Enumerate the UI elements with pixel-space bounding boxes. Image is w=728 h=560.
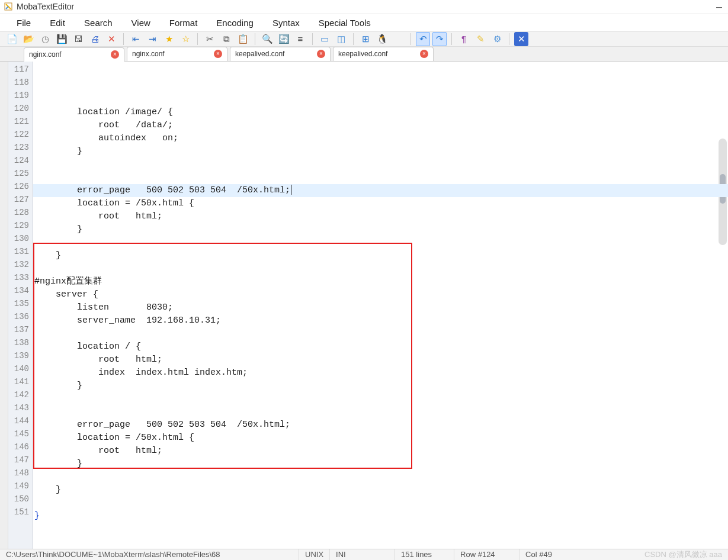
line-number: 145 — [8, 427, 33, 440]
tab-strip: nginx.conf×nginx.conf×keepalived.conf×ke… — [0, 47, 728, 62]
code-line[interactable]: } — [33, 484, 728, 497]
select-all-icon[interactable]: ◫ — [334, 32, 348, 46]
tab-close-icon[interactable]: × — [317, 50, 325, 58]
status-line-count: 151 lines — [395, 549, 454, 560]
code-line[interactable]: location /image/ { — [33, 106, 728, 119]
window-minimize[interactable]: – — [716, 1, 724, 13]
tab-3[interactable]: keepalived.conf× — [333, 47, 434, 61]
open-folder-icon[interactable]: 📂 — [21, 32, 36, 46]
code-line[interactable] — [33, 93, 728, 106]
menu-file[interactable]: File — [7, 14, 40, 31]
code-line[interactable]: } — [33, 458, 728, 471]
menu-format[interactable]: Format — [160, 14, 207, 31]
code-line[interactable]: root /data/; — [33, 119, 728, 132]
new-file-icon[interactable]: 📄 — [5, 32, 19, 46]
undo-icon[interactable]: ↶ — [416, 32, 430, 46]
code-line[interactable] — [33, 405, 728, 419]
code-line[interactable]: server { — [33, 288, 728, 301]
code-line[interactable]: location = /50x.html { — [33, 197, 728, 210]
code-line[interactable]: } — [33, 145, 728, 158]
statusbar: C:\Users\Think\DOCUME~1\MobaXterm\slash\… — [0, 549, 728, 560]
tab-2[interactable]: keepalived.conf× — [230, 47, 331, 61]
code-line[interactable]: location / { — [33, 340, 728, 353]
code-line[interactable]: index index.html index.htm; — [33, 366, 728, 379]
tab-close-icon[interactable]: × — [111, 50, 119, 59]
code-line[interactable]: } — [33, 510, 728, 523]
tab-close-icon[interactable]: × — [214, 50, 222, 58]
code-line[interactable]: } — [33, 249, 728, 262]
code-line[interactable]: error_page 500 502 503 504 /50x.html; — [33, 419, 728, 432]
highlight-icon[interactable]: ✎ — [473, 32, 488, 46]
titlebar: MobaTextEditor – — [0, 0, 728, 14]
save-all-icon[interactable]: 🖫 — [71, 32, 85, 46]
tab-close-icon[interactable]: × — [420, 50, 428, 58]
code-line[interactable]: server_name 192.168.10.31; — [33, 314, 728, 327]
code-line[interactable]: } — [33, 379, 728, 392]
redo-icon[interactable]: ↷ — [432, 32, 447, 46]
code-line[interactable] — [33, 262, 728, 275]
menu-encoding[interactable]: Encoding — [207, 14, 263, 31]
history-icon[interactable]: ◷ — [38, 32, 52, 46]
outdent-icon[interactable]: ⇤ — [129, 32, 143, 46]
line-number: 126 — [8, 180, 33, 193]
find-replace-icon[interactable]: 🔄 — [277, 32, 291, 46]
settings-icon[interactable]: ⚙ — [490, 32, 504, 46]
linux-icon[interactable]: 🐧 — [375, 32, 389, 46]
bookmark-next-icon[interactable]: ☆ — [178, 32, 193, 46]
line-number: 129 — [8, 219, 33, 232]
code-line[interactable] — [33, 236, 728, 249]
status-syntax: INI — [330, 549, 395, 560]
code-line[interactable] — [33, 171, 728, 184]
code-line[interactable]: } — [33, 223, 728, 236]
code-line[interactable]: listen 8030; — [33, 301, 728, 314]
tab-label: nginx.conf — [29, 50, 62, 59]
save-icon[interactable]: 💾 — [54, 32, 69, 46]
exit-icon[interactable]: ✕ — [514, 32, 528, 46]
goto-icon[interactable]: ≡ — [293, 32, 307, 46]
menu-syntax[interactable]: Syntax — [263, 14, 309, 31]
tab-0[interactable]: nginx.conf× — [24, 47, 124, 62]
windows-icon[interactable]: ⊞ — [358, 32, 373, 46]
line-number: 123 — [8, 141, 33, 154]
code-line[interactable] — [33, 471, 728, 484]
menu-special-tools[interactable]: Special Tools — [309, 14, 380, 31]
code-line[interactable]: error_page 500 502 503 504 /50x.html; — [33, 184, 728, 197]
print-icon[interactable]: 🖨 — [88, 32, 102, 46]
close-icon[interactable]: ✕ — [104, 32, 118, 46]
mac-icon[interactable] — [392, 32, 406, 46]
code-line[interactable] — [33, 327, 728, 340]
code-line[interactable] — [33, 523, 728, 536]
code-line[interactable] — [33, 392, 728, 405]
app-title: MobaTextEditor — [17, 2, 74, 11]
bookmark-add-icon[interactable]: ★ — [162, 32, 176, 46]
code-line[interactable] — [33, 497, 728, 510]
code-area[interactable]: location /image/ { root /data/; autoinde… — [33, 62, 728, 549]
toolbar-separator — [123, 33, 124, 45]
select-word-icon[interactable]: ▭ — [318, 32, 332, 46]
menu-edit[interactable]: Edit — [40, 14, 75, 31]
line-number: 144 — [8, 414, 33, 427]
code-line[interactable]: autoindex on; — [33, 132, 728, 145]
paste-icon[interactable]: 📋 — [236, 32, 250, 46]
tab-1[interactable]: nginx.conf× — [127, 47, 227, 61]
line-number: 132 — [8, 258, 33, 271]
watermark: CSDN @清风微凉 aaa — [639, 549, 728, 560]
indent-icon[interactable]: ⇥ — [145, 32, 159, 46]
copy-icon[interactable]: ⧉ — [219, 32, 233, 46]
code-line[interactable]: root html; — [33, 445, 728, 458]
code-line[interactable] — [33, 158, 728, 171]
code-line[interactable]: #nginx配置集群 — [33, 275, 728, 288]
line-number: 136 — [8, 310, 33, 323]
menu-search[interactable]: Search — [75, 14, 122, 31]
cut-icon[interactable]: ✂ — [203, 32, 217, 46]
line-number: 138 — [8, 336, 33, 349]
line-number: 139 — [8, 349, 33, 362]
code-line[interactable]: location = /50x.html { — [33, 432, 728, 445]
show-symbols-icon[interactable]: ¶ — [457, 32, 471, 46]
code-line[interactable]: root html; — [33, 210, 728, 223]
toolbar-separator — [410, 33, 411, 45]
menu-view[interactable]: View — [122, 14, 160, 31]
find-icon[interactable]: 🔍 — [260, 32, 274, 46]
code-line[interactable] — [33, 536, 728, 549]
code-line[interactable]: root html; — [33, 353, 728, 366]
